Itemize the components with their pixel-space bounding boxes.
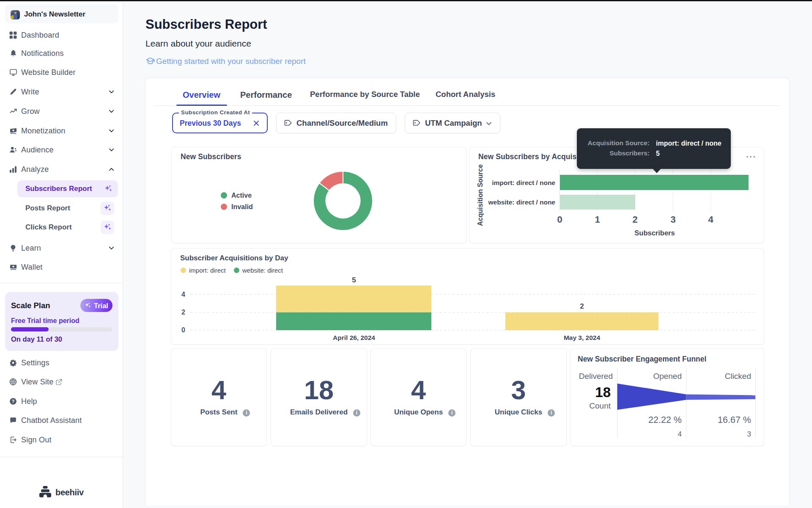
svg-text:?: ? [12,399,14,404]
